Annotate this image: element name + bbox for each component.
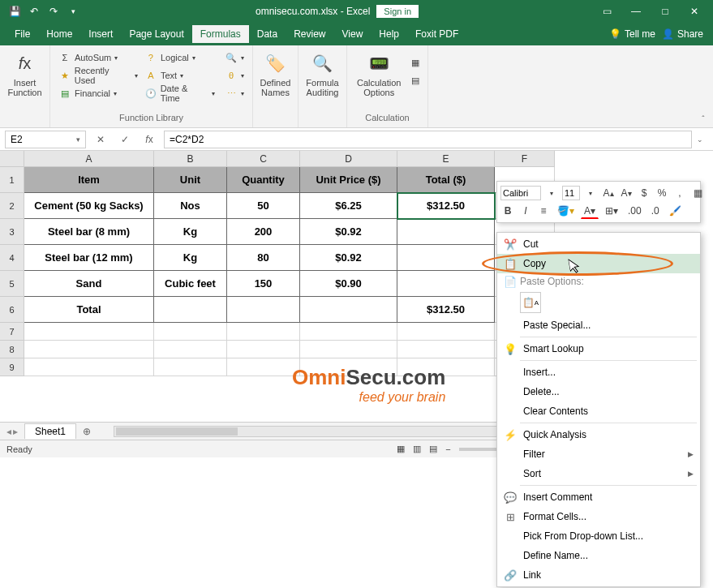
cell-B3[interactable]: Kg <box>154 219 227 245</box>
col-header-A[interactable]: A <box>24 151 154 167</box>
logical-button[interactable]: ?Logical ▾ <box>141 49 218 67</box>
mini-accounting-icon[interactable]: $ <box>637 185 651 201</box>
ctx-paste-special[interactable]: Paste Special... <box>497 315 700 335</box>
ctx-pick-dropdown[interactable]: Pick From Drop-down List... <box>497 526 700 546</box>
text-button[interactable]: AText ▾ <box>141 67 218 84</box>
collapse-ribbon-icon[interactable]: ˆ <box>697 113 710 126</box>
ctx-clear[interactable]: Clear Contents <box>497 401 700 421</box>
name-box-dropdown-icon[interactable]: ▾ <box>76 135 80 144</box>
cell-D4[interactable]: $0.92 <box>300 245 397 271</box>
close-icon[interactable]: ✕ <box>681 0 708 23</box>
math-button[interactable]: θ▾ <box>221 67 247 84</box>
cell-B5[interactable]: Cubic feet <box>154 271 227 297</box>
tab-review[interactable]: Review <box>286 25 333 43</box>
ctx-delete[interactable]: Delete... <box>497 382 700 401</box>
cell-C4[interactable]: 80 <box>227 245 300 271</box>
mini-merge-icon[interactable]: ▦ <box>690 185 705 201</box>
enter-formula-icon[interactable]: ✓ <box>115 131 135 148</box>
mini-font-size[interactable] <box>562 186 580 200</box>
ctx-define-name[interactable]: Define Name... <box>497 546 700 565</box>
col-header-E[interactable]: E <box>397 151 495 167</box>
tab-help[interactable]: Help <box>371 25 407 43</box>
mini-dec-inc-icon[interactable]: .00 <box>625 203 645 219</box>
ctx-comment[interactable]: 💬Insert Comment <box>497 487 700 507</box>
add-sheet-icon[interactable]: ⊕ <box>76 426 97 437</box>
cell-D5[interactable]: $0.90 <box>300 271 397 297</box>
col-header-F[interactable]: F <box>495 151 555 167</box>
col-header-C[interactable]: C <box>227 151 300 167</box>
cell-E7[interactable] <box>397 323 495 341</box>
mini-align-icon[interactable]: ≡ <box>536 203 551 219</box>
undo-icon[interactable]: ↶ <box>26 3 42 19</box>
tell-me[interactable]: 💡 Tell me <box>609 28 655 40</box>
cell-A5[interactable]: Sand <box>24 271 154 297</box>
row-header-7[interactable]: 7 <box>0 323 24 341</box>
cell-E3[interactable] <box>397 219 495 245</box>
cell-C1[interactable]: Quantity <box>227 167 300 193</box>
cell-B8[interactable] <box>154 341 227 358</box>
cell-A2[interactable]: Cement (50 kg Sacks) <box>24 193 154 219</box>
cell-B9[interactable] <box>154 358 227 376</box>
ctx-quick-analysis[interactable]: ⚡Quick Analysis <box>497 425 700 444</box>
mini-shrink-font-icon[interactable]: A▾ <box>619 185 634 201</box>
cell-A4[interactable]: Steel bar (12 mm) <box>24 245 154 271</box>
cell-A1[interactable]: Item <box>24 167 154 193</box>
insert-function-button[interactable]: fx Insert Function <box>5 49 45 99</box>
zoom-out-icon[interactable]: − <box>445 444 450 454</box>
ctx-filter[interactable]: Filter▶ <box>497 444 700 464</box>
datetime-button[interactable]: 🕐Date & Time ▾ <box>141 84 218 102</box>
cell-A3[interactable]: Steel bar (8 mm) <box>24 219 154 245</box>
ctx-smart-lookup[interactable]: 💡Smart Lookup <box>497 339 700 358</box>
ctx-link[interactable]: 🔗Link <box>497 565 700 585</box>
view-normal-icon[interactable]: ▦ <box>397 444 405 454</box>
row-header-2[interactable]: 2 <box>0 193 24 219</box>
name-box[interactable]: E2 ▾ <box>5 131 86 148</box>
cell-A9[interactable] <box>24 358 154 376</box>
row-header-9[interactable]: 9 <box>0 358 24 376</box>
save-icon[interactable]: 💾 <box>6 3 23 19</box>
autosum-button[interactable]: ΣAutoSum ▾ <box>55 49 141 67</box>
cell-B4[interactable]: Kg <box>154 245 227 271</box>
formula-auditing-button[interactable]: 🔍 Formula Auditing <box>303 49 341 99</box>
cancel-formula-icon[interactable]: ✕ <box>91 131 110 148</box>
cell-D2[interactable]: $6.25 <box>300 193 397 219</box>
cell-C6[interactable] <box>227 297 300 323</box>
cell-D3[interactable]: $0.92 <box>300 219 397 245</box>
view-break-icon[interactable]: ▤ <box>429 444 437 454</box>
mini-size-dd-icon[interactable]: ▾ <box>583 185 598 201</box>
select-all-corner[interactable] <box>0 151 24 167</box>
tab-home[interactable]: Home <box>38 25 80 43</box>
qat-customize-icon[interactable]: ▾ <box>65 3 81 19</box>
fx-button-icon[interactable]: fx <box>140 131 159 148</box>
share-button[interactable]: 👤 Share <box>662 28 703 40</box>
ctx-insert[interactable]: Insert... <box>497 363 700 382</box>
ctx-copy[interactable]: 📋Copy <box>497 254 700 273</box>
more-fn-button[interactable]: ⋯▾ <box>221 84 247 102</box>
mini-bold-icon[interactable]: B <box>500 203 515 219</box>
horizontal-scrollbar[interactable] <box>114 426 560 437</box>
ribbon-options-icon[interactable]: ▭ <box>593 0 621 23</box>
cell-E5[interactable] <box>397 271 495 297</box>
view-layout-icon[interactable]: ▥ <box>413 444 421 454</box>
recently-used-button[interactable]: ★Recently Used ▾ <box>55 67 141 84</box>
calc-now-button[interactable]: ▦ <box>406 54 425 71</box>
cell-E2[interactable]: $312.50 <box>397 193 495 219</box>
row-header-6[interactable]: 6 <box>0 297 24 323</box>
ctx-sort[interactable]: Sort▶ <box>497 464 700 483</box>
cell-A6[interactable]: Total <box>24 297 154 323</box>
formula-input[interactable]: =C2*D2 <box>164 131 692 148</box>
cell-A7[interactable] <box>24 323 154 341</box>
row-header-5[interactable]: 5 <box>0 271 24 297</box>
calc-options-button[interactable]: 📟 Calculation Options <box>352 49 406 99</box>
tab-pagelayout[interactable]: Page Layout <box>121 25 191 43</box>
cell-B7[interactable] <box>154 323 227 341</box>
cell-E1[interactable]: Total ($) <box>397 167 495 193</box>
mini-percent-icon[interactable]: % <box>655 185 669 201</box>
paste-option-all[interactable]: 📋A <box>520 292 541 313</box>
tab-file[interactable]: File <box>6 25 38 43</box>
row-header-1[interactable]: 1 <box>0 167 24 193</box>
tab-data[interactable]: Data <box>249 25 286 43</box>
mini-font-name[interactable] <box>500 186 541 200</box>
cell-C5[interactable]: 150 <box>227 271 300 297</box>
calc-sheet-button[interactable]: ▤ <box>406 71 425 89</box>
